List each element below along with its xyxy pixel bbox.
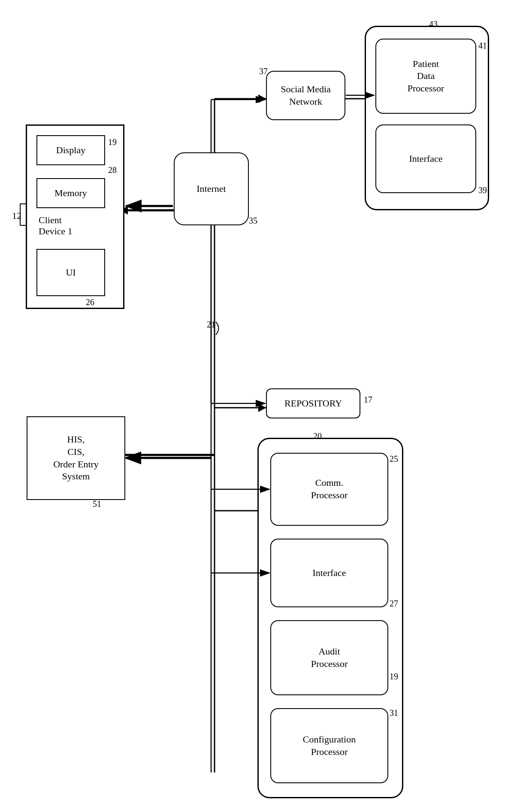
diagram: Display Memory UI ClientDevice 1 12 19 2…	[0, 0, 532, 812]
arrows-overlay	[0, 0, 532, 812]
